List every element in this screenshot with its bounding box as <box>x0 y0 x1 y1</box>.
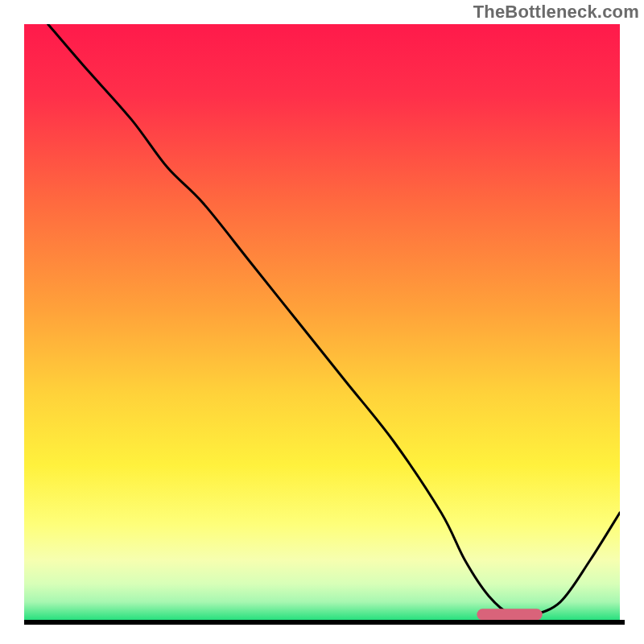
optimal-range-marker <box>477 609 542 620</box>
gradient-background <box>24 24 620 620</box>
chart-container: TheBottleneck.com <box>0 0 644 644</box>
x-axis <box>24 620 625 625</box>
attribution-label: TheBottleneck.com <box>473 2 639 23</box>
plot-area <box>24 24 620 620</box>
chart-svg <box>24 24 620 620</box>
